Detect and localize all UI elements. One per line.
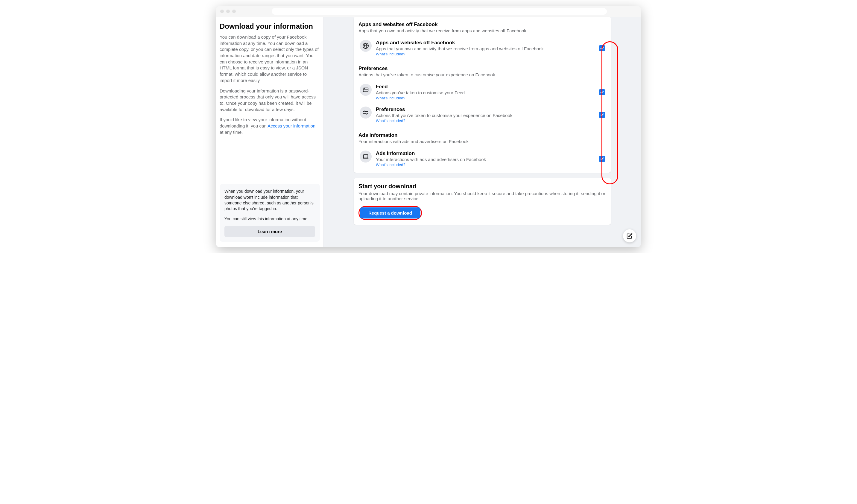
minimize-window-icon[interactable]: [226, 10, 230, 13]
window-controls: [220, 10, 236, 13]
whats-included-link[interactable]: What's included?: [376, 163, 405, 167]
info-box: When you download your information, your…: [220, 184, 320, 242]
request-download-button[interactable]: Request a download: [360, 207, 420, 218]
download-desc: Your download may contain private inform…: [358, 191, 606, 201]
browser-window: Download your information You can downlo…: [216, 6, 641, 247]
item-body: Ads informationYour interactions with ad…: [376, 151, 595, 167]
section-title: Ads information: [358, 132, 606, 138]
section-header: Apps and websites off FacebookApps that …: [358, 21, 606, 33]
item-row: FeedActions you've taken to customise yo…: [358, 81, 606, 103]
section-title: Preferences: [358, 66, 606, 71]
sliders-icon: [360, 106, 372, 118]
item-checkbox[interactable]: [599, 156, 605, 162]
info-box-paragraph-1: When you download your information, your…: [224, 188, 315, 212]
section-title: Apps and websites off Facebook: [358, 21, 606, 28]
sidebar-paragraph-3: If you'd like to view your information w…: [220, 117, 320, 135]
globe-icon: [360, 40, 372, 52]
sidebar-p3-post: at any time.: [220, 130, 243, 135]
item-checkbox[interactable]: [599, 112, 605, 118]
whats-included-link[interactable]: What's included?: [376, 52, 405, 56]
address-bar[interactable]: [272, 8, 607, 15]
selections-card: Apps and websites off FacebookApps that …: [354, 17, 611, 173]
content-area: Download your information You can downlo…: [216, 17, 641, 247]
sidebar-paragraph-2: Downloading your information is a passwo…: [220, 88, 320, 113]
download-card: Start your download Your download may co…: [354, 178, 611, 225]
section-desc: Actions that you've taken to customise y…: [358, 72, 606, 77]
whats-included-link[interactable]: What's included?: [376, 96, 405, 100]
section-desc: Your interactions with ads and advertise…: [358, 139, 606, 144]
download-title: Start your download: [358, 183, 606, 190]
section-desc: Apps that you own and activity that we r…: [358, 28, 606, 33]
svg-point-6: [364, 111, 365, 112]
item-body: FeedActions you've taken to customise yo…: [376, 84, 595, 101]
sidebar: Download your information You can downlo…: [216, 17, 324, 247]
svg-point-8: [366, 113, 367, 114]
section-header: Ads informationYour interactions with ad…: [358, 132, 606, 144]
close-window-icon[interactable]: [220, 10, 224, 13]
item-desc: Apps that you own and activity that we r…: [376, 46, 595, 51]
info-box-paragraph-2: You can still view this information at a…: [224, 216, 315, 222]
svg-rect-2: [363, 88, 368, 92]
whats-included-link[interactable]: What's included?: [376, 118, 405, 123]
item-row: Apps and websites off FacebookApps that …: [358, 37, 606, 60]
item-desc: Your interactions with ads and advertise…: [376, 157, 595, 162]
device-icon: [360, 151, 372, 163]
item-body: Apps and websites off FacebookApps that …: [376, 40, 595, 56]
item-desc: Actions that you've taken to customise y…: [376, 113, 595, 118]
edit-fab[interactable]: [623, 229, 636, 242]
page-title: Download your information: [220, 22, 320, 31]
item-title: Apps and websites off Facebook: [376, 40, 595, 46]
main-panel: Apps and websites off FacebookApps that …: [324, 17, 641, 247]
maximize-window-icon[interactable]: [232, 10, 236, 13]
highlight-request-button: Request a download: [358, 206, 422, 220]
item-body: PreferencesActions that you've taken to …: [376, 106, 595, 123]
item-title: Feed: [376, 84, 595, 90]
item-checkbox[interactable]: [599, 89, 605, 95]
sidebar-paragraph-1: You can download a copy of your Facebook…: [220, 34, 320, 84]
item-row: PreferencesActions that you've taken to …: [358, 103, 606, 126]
item-desc: Actions you've taken to customise your F…: [376, 90, 595, 95]
divider: [216, 142, 323, 142]
learn-more-button[interactable]: Learn more: [224, 226, 315, 237]
title-bar: [216, 6, 641, 17]
item-title: Ads information: [376, 151, 595, 156]
section-header: PreferencesActions that you've taken to …: [358, 66, 606, 77]
item-title: Preferences: [376, 106, 595, 113]
feed-icon: [360, 84, 372, 96]
edit-icon: [626, 233, 633, 239]
item-row: Ads informationYour interactions with ad…: [358, 148, 606, 170]
access-info-link[interactable]: Access your information: [268, 123, 315, 129]
item-checkbox[interactable]: [599, 45, 605, 51]
svg-rect-9: [364, 155, 368, 158]
